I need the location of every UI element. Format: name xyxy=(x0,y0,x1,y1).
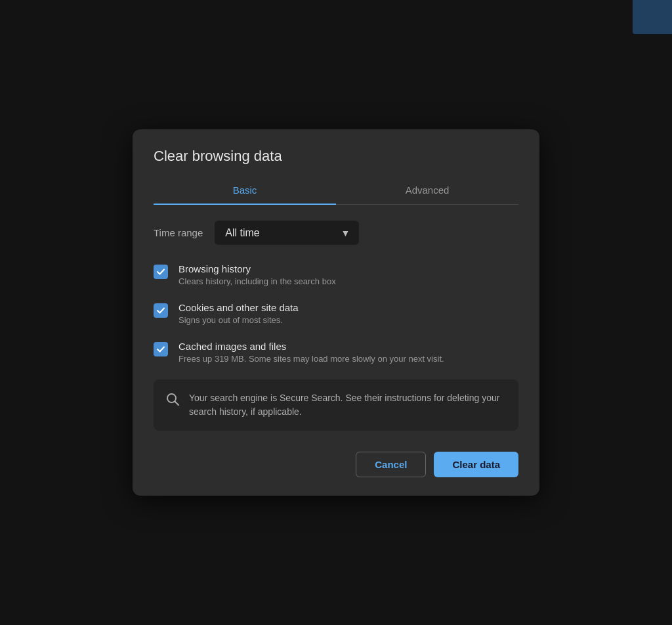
cancel-button[interactable]: Cancel xyxy=(356,452,426,477)
tab-basic[interactable]: Basic xyxy=(154,178,336,205)
clear-data-button[interactable]: Clear data xyxy=(434,452,518,477)
clear-browsing-data-dialog: Clear browsing data Basic Advanced Time … xyxy=(133,129,539,496)
checkbox-item-cached: Cached images and files Frees up 319 MB.… xyxy=(154,341,518,364)
checkbox-item-browsing-history: Browsing history Clears history, includi… xyxy=(154,263,518,286)
cookies-text: Cookies and other site data Signs you ou… xyxy=(178,302,299,325)
info-box: Your search engine is Secure Search. See… xyxy=(154,379,518,431)
checkbox-browsing-history[interactable] xyxy=(154,265,168,279)
dialog-footer: Cancel Clear data xyxy=(154,452,518,477)
browsing-history-description: Clears history, including in the search … xyxy=(178,276,336,286)
time-range-row: Time range Last hour Last 24 hours Last … xyxy=(154,221,518,245)
checkbox-cached[interactable] xyxy=(154,342,168,356)
cached-label: Cached images and files xyxy=(178,341,444,352)
checkmark-icon xyxy=(156,267,165,276)
browsing-history-text: Browsing history Clears history, includi… xyxy=(178,263,336,286)
time-range-select[interactable]: Last hour Last 24 hours Last 7 days Last… xyxy=(215,221,359,245)
checkmark-icon xyxy=(156,306,165,315)
search-icon xyxy=(165,392,180,410)
checkbox-item-cookies: Cookies and other site data Signs you ou… xyxy=(154,302,518,325)
tab-bar: Basic Advanced xyxy=(154,178,518,205)
svg-line-1 xyxy=(175,402,179,406)
checkmark-icon xyxy=(156,345,165,354)
time-range-select-wrapper[interactable]: Last hour Last 24 hours Last 7 days Last… xyxy=(215,221,359,245)
checkbox-cookies[interactable] xyxy=(154,303,168,318)
cached-description: Frees up 319 MB. Some sites may load mor… xyxy=(178,354,444,364)
dialog-title: Clear browsing data xyxy=(154,148,518,165)
browsing-history-label: Browsing history xyxy=(178,263,336,274)
cookies-label: Cookies and other site data xyxy=(178,302,299,313)
cookies-description: Signs you out of most sites. xyxy=(178,315,299,325)
time-range-label: Time range xyxy=(154,227,203,238)
cached-text: Cached images and files Frees up 319 MB.… xyxy=(178,341,444,364)
tab-advanced[interactable]: Advanced xyxy=(336,178,518,205)
info-box-text: Your search engine is Secure Search. See… xyxy=(189,391,507,419)
